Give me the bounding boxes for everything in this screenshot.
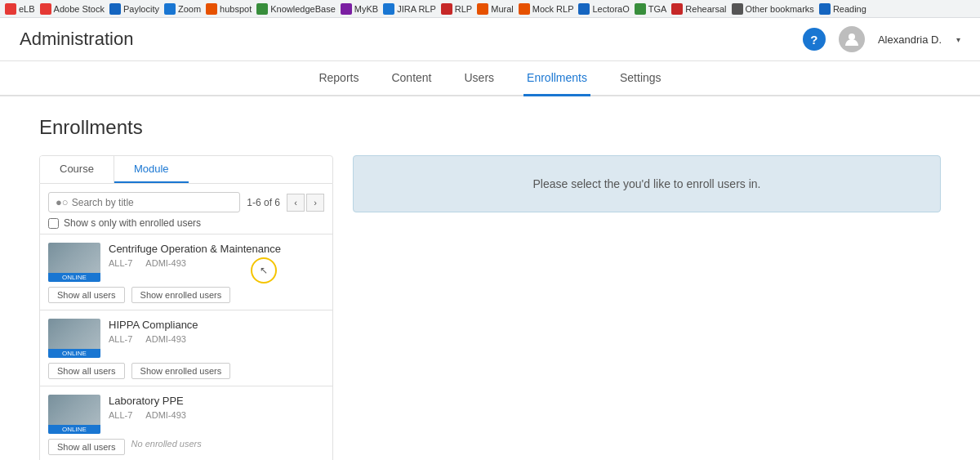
user-name[interactable]: Alexandria D.: [878, 33, 942, 46]
bookmark-item[interactable]: JIRA RLP: [383, 3, 436, 15]
course-name: HIPPA Compliance: [109, 319, 324, 331]
bookmark-item[interactable]: KnowledgeBase: [256, 3, 336, 15]
show-all-users-button[interactable]: Show all users: [48, 363, 125, 379]
nav-tabs: ReportsContentUsersEnrollmentsSettings: [0, 61, 980, 96]
bookmark-label: Zoom: [178, 4, 201, 14]
page-content: Enrollments CourseModule ●○ 1-6 of 6 ‹ ›: [0, 96, 980, 460]
header-right: ? Alexandria D. ▾: [803, 26, 960, 52]
bookmark-label: RLP: [455, 4, 472, 14]
bookmark-item[interactable]: Rehearsal: [671, 3, 726, 15]
bookmark-label: Rehearsal: [685, 4, 726, 14]
course-name: Laboratory PPE: [109, 395, 324, 407]
bookmark-label: LectoraO: [592, 4, 629, 14]
enrolled-only-checkbox[interactable]: [48, 218, 59, 229]
bookmark-item[interactable]: Mural: [477, 3, 514, 15]
bookmark-item[interactable]: RLP: [441, 3, 472, 15]
right-panel: Please select the you'd like to enroll u…: [353, 155, 941, 460]
user-avatar: [839, 26, 865, 52]
bookmark-favicon: [256, 3, 268, 15]
prev-page-button[interactable]: ‹: [287, 194, 305, 212]
bookmark-item[interactable]: Adobe Stock: [40, 3, 105, 15]
bookmark-label: KnowledgeBase: [270, 4, 336, 14]
bookmark-favicon: [578, 3, 590, 15]
info-text: Please select the you'd like to enroll u…: [533, 177, 761, 190]
course-name: Centrifuge Operation & Maintenance: [109, 243, 324, 255]
bookmark-favicon: [671, 3, 683, 15]
course-item: ONLINEHIPPA ComplianceALL-7ADMI-493Show …: [40, 310, 332, 386]
bookmark-label: Other bookmarks: [746, 4, 814, 14]
bookmarks-bar: eLBAdobe StockPaylocityZoomhubspotKnowle…: [0, 0, 980, 18]
bookmark-label: JIRA RLP: [397, 4, 436, 14]
course-meta-right: ADMI-493: [145, 410, 186, 420]
svg-point-0: [849, 33, 855, 40]
bookmark-item[interactable]: TGA: [635, 3, 667, 15]
pagination-info: 1-6 of 6: [247, 197, 280, 208]
sub-tabs: CourseModule: [39, 155, 333, 184]
checkbox-row: Show s only with enrolled users: [48, 217, 324, 229]
nav-tab-settings[interactable]: Settings: [617, 61, 665, 96]
sub-tab-course[interactable]: Course: [40, 156, 114, 183]
bookmark-item[interactable]: Other bookmarks: [732, 3, 814, 15]
bookmark-label: Mock RLP: [532, 4, 574, 14]
course-thumbnail: ONLINE: [48, 243, 100, 282]
no-enrolled-text: No enrolled users: [131, 439, 202, 455]
bookmark-item[interactable]: Paylocity: [109, 3, 159, 15]
next-page-button[interactable]: ›: [306, 194, 324, 212]
bookmark-favicon: [40, 3, 51, 15]
nav-tab-reports[interactable]: Reports: [315, 61, 362, 96]
bookmark-item[interactable]: hubspot: [206, 3, 252, 15]
bookmark-favicon: [519, 3, 530, 15]
course-item: ONLINELaboratory PPEALL-7ADMI-493Show al…: [40, 386, 332, 460]
bookmark-favicon: [383, 3, 394, 15]
course-meta-right: ADMI-493: [145, 334, 186, 344]
course-thumbnail: ONLINE: [48, 319, 100, 358]
bookmark-favicon: [164, 3, 176, 15]
nav-tab-enrollments[interactable]: Enrollments: [523, 61, 590, 96]
course-meta-left: ALL-7: [109, 410, 132, 420]
nav-tab-content[interactable]: Content: [388, 61, 434, 96]
info-box: Please select the you'd like to enroll u…: [353, 155, 941, 212]
bookmark-label: eLB: [19, 4, 35, 14]
bookmark-label: hubspot: [220, 4, 252, 14]
bookmark-label: Adobe Stock: [54, 4, 105, 14]
search-input[interactable]: [72, 197, 234, 208]
course-meta-right: ADMI-493: [145, 258, 186, 268]
course-item: ONLINECentrifuge Operation & Maintenance…: [40, 234, 332, 310]
search-area: ●○ 1-6 of 6 ‹ › Show s only with enrolle…: [39, 184, 333, 234]
bookmark-favicon: [732, 3, 743, 15]
help-icon[interactable]: ?: [803, 28, 826, 51]
bookmark-favicon: [635, 3, 646, 15]
bookmark-favicon: [477, 3, 488, 15]
bookmark-item[interactable]: eLB: [5, 3, 35, 15]
sub-tab-module[interactable]: Module: [114, 156, 189, 183]
nav-tab-users[interactable]: Users: [461, 61, 498, 96]
show-all-users-button[interactable]: Show all users: [48, 287, 125, 303]
bookmark-item[interactable]: Reading: [819, 3, 866, 15]
bookmark-label: Reading: [833, 4, 866, 14]
pagination-buttons: ‹ ›: [287, 194, 324, 212]
bookmark-favicon: [206, 3, 217, 15]
course-meta-left: ALL-7: [109, 258, 132, 268]
show-enrolled-users-button[interactable]: Show enrolled users: [131, 363, 231, 379]
course-thumbnail: ONLINE: [48, 395, 100, 434]
user-dropdown-arrow[interactable]: ▾: [956, 35, 960, 44]
app-title: Administration: [20, 29, 133, 50]
bookmark-item[interactable]: Zoom: [164, 3, 201, 15]
bookmark-item[interactable]: MyKB: [341, 3, 378, 15]
bookmark-item[interactable]: LectoraO: [578, 3, 629, 15]
bookmark-favicon: [441, 3, 452, 15]
app-header: Administration ? Alexandria D. ▾: [0, 18, 980, 61]
search-input-wrapper: ●○: [48, 192, 240, 212]
search-icon: ●○: [56, 196, 69, 208]
bookmark-favicon: [109, 3, 121, 15]
bookmark-item[interactable]: Mock RLP: [519, 3, 574, 15]
bookmark-label: MyKB: [354, 4, 378, 14]
bookmark-label: TGA: [648, 4, 667, 14]
show-enrolled-users-button[interactable]: Show enrolled users: [131, 287, 231, 303]
main-layout: CourseModule ●○ 1-6 of 6 ‹ › Show: [39, 155, 941, 460]
enrolled-only-label: Show s only with enrolled users: [64, 217, 201, 229]
left-panel: CourseModule ●○ 1-6 of 6 ‹ › Show: [39, 155, 333, 460]
bookmark-favicon: [341, 3, 352, 15]
bookmark-favicon: [5, 3, 16, 15]
show-all-users-button[interactable]: Show all users: [48, 439, 125, 455]
